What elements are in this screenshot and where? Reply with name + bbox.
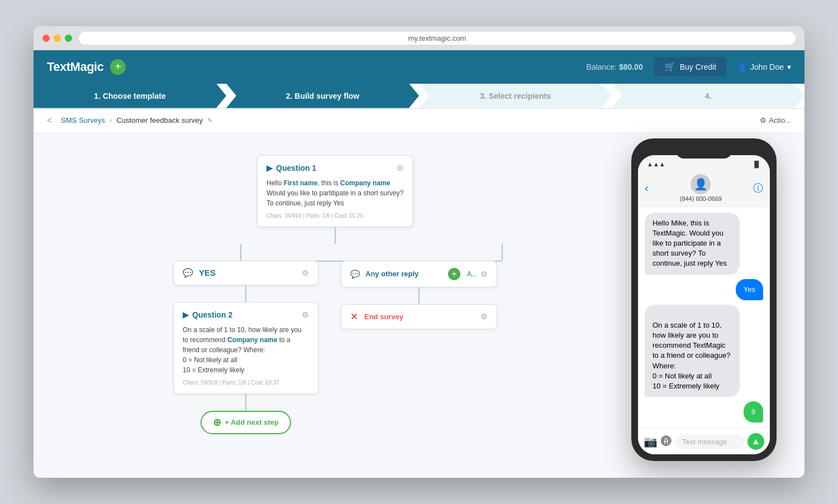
- survey-flow: ▶ Question 1 ⚙ Hello First name, this is…: [50, 150, 620, 462]
- step-1[interactable]: 1. Choose template: [34, 84, 226, 108]
- browser-window: my.textmagic.com TextMagic + Balance: $8…: [34, 26, 804, 478]
- q2-body-text: On a scale of 1 to 10, how likely are yo…: [183, 325, 309, 375]
- breadcrumb-separator: ›: [109, 116, 112, 124]
- other-reply-card: 💬 Any other reply + A... ⚙: [341, 261, 497, 287]
- url-text: my.textmagic.com: [408, 34, 466, 42]
- address-bar[interactable]: my.textmagic.com: [79, 32, 796, 45]
- q1-body-text: Hello First name, this is Company name W…: [266, 178, 404, 208]
- breadcrumb-current: Customer feedback survey: [116, 116, 203, 124]
- logo: TextMagic: [47, 60, 103, 74]
- end-icon: ✕: [350, 311, 358, 322]
- end-survey-settings[interactable]: ⚙: [480, 312, 488, 321]
- other-reply-v-line: [418, 287, 420, 304]
- phone-notch: [676, 145, 732, 159]
- edit-icon[interactable]: ✎: [207, 117, 213, 124]
- camera-icon[interactable]: 📷: [644, 435, 658, 448]
- message-2: Yes: [736, 279, 763, 300]
- var-companyname: Company name: [340, 179, 390, 187]
- step-4[interactable]: 4.: [612, 84, 804, 108]
- cart-icon: 🛒: [664, 61, 675, 72]
- main-content: ▶ Question 1 ⚙ Hello First name, this is…: [34, 133, 804, 478]
- q2-meta: Chars: 59/918 | Parts: 1/6 | Cost: £0.37: [183, 380, 309, 386]
- breadcrumb-bar: < SMS Surveys › Customer feedback survey…: [34, 109, 804, 133]
- plus-button[interactable]: +: [110, 59, 126, 75]
- chat-icon-2: 💬: [350, 270, 360, 279]
- signal-icon: ▲▲▲: [647, 161, 665, 167]
- var-firstname: First name: [284, 179, 318, 187]
- user-icon: 👤: [737, 63, 747, 71]
- end-survey-title: ✕ End survey: [350, 311, 403, 322]
- send-icon: ▶: [266, 164, 273, 172]
- chevron-down-icon: ▾: [787, 63, 791, 71]
- connector-line-1: [335, 227, 336, 244]
- breadcrumb-surveys-link[interactable]: SMS Surveys: [61, 116, 105, 124]
- app-icon[interactable]: 🅐: [661, 435, 672, 448]
- card-header: ▶ Question 1 ⚙: [266, 164, 404, 172]
- other-reply-settings[interactable]: ⚙: [480, 270, 488, 279]
- yes-settings-icon[interactable]: ⚙: [302, 268, 309, 277]
- message-4: 9: [744, 401, 763, 423]
- branch-line-container: [168, 244, 503, 261]
- chat-icon: 💬: [183, 268, 193, 278]
- plus-icon: ⊕: [213, 416, 221, 429]
- q1-settings-icon[interactable]: ⚙: [397, 164, 404, 172]
- q2-v-line: [245, 394, 246, 411]
- steps-bar: 1. Choose template 2. Build survey flow …: [34, 84, 804, 109]
- step-2[interactable]: 2. Build survey flow: [226, 84, 419, 108]
- window-controls: [42, 35, 72, 42]
- q2-header: ▶ Question 2 ⚙: [183, 310, 309, 319]
- balance-label: Balance: $80.00: [587, 63, 643, 71]
- contact-phone-number: (844) 600-0669: [680, 195, 722, 202]
- step-3[interactable]: 3. Select recipients: [419, 84, 612, 108]
- phone-input-bar: 📷 🅐 Text message ▲: [638, 428, 770, 454]
- branch-line-right: [502, 244, 503, 261]
- end-survey-card: ✕ End survey ⚙: [341, 304, 497, 329]
- nav-right: Balance: $80.00 🛒 Buy Credit 👤 John Doe …: [587, 57, 792, 76]
- phone-back-button[interactable]: ‹: [645, 181, 649, 194]
- phone-messages: Hello Mike, this is TextMagic. Would you…: [638, 207, 770, 429]
- minimize-btn[interactable]: [54, 35, 61, 42]
- gear-icon: ⚙: [760, 116, 766, 124]
- other-reply-actions: + A... ⚙: [448, 268, 488, 280]
- avatar-icon: 👤: [694, 177, 708, 191]
- maximize-btn[interactable]: [65, 35, 72, 42]
- right-branch: 💬 Any other reply + A... ⚙ ✕: [341, 261, 497, 329]
- text-message-input[interactable]: Text message: [675, 434, 744, 449]
- q1-meta: Chars: 34/918 | Parts: 1/6 | Cost: £0.20: [266, 213, 404, 219]
- contact-avatar: 👤: [691, 174, 711, 194]
- nav-left: TextMagic +: [47, 59, 126, 75]
- actions-button[interactable]: ⚙ Actio...: [760, 116, 791, 124]
- buy-credit-button[interactable]: 🛒 Buy Credit: [654, 57, 726, 76]
- add-reply-button[interactable]: +: [448, 268, 460, 280]
- contact-info: 👤 (844) 600-0669: [680, 174, 722, 202]
- question-2-card: ▶ Question 2 ⚙ On a scale of 1 to 10, ho…: [173, 302, 318, 394]
- send-button[interactable]: ▲: [747, 433, 764, 450]
- phone-screen: ▲▲▲ ▐▌ ‹ 👤 (844) 600-0669 ⓘ: [638, 155, 770, 455]
- q2-title: ▶ Question 2: [183, 310, 232, 319]
- other-reply-title: 💬 Any other reply: [350, 270, 418, 279]
- question-1-card: ▶ Question 1 ⚙ Hello First name, this is…: [257, 155, 413, 227]
- left-branch: 💬 YES ⚙ ▶ Question 2 ⚙: [173, 261, 318, 434]
- back-button[interactable]: <: [47, 116, 52, 126]
- contact-bar: ‹ 👤 (844) 600-0669 ⓘ: [638, 171, 770, 207]
- phone-mockup: ▲▲▲ ▐▌ ‹ 👤 (844) 600-0669 ⓘ: [631, 150, 788, 462]
- add-label: A...: [467, 270, 477, 278]
- phone-frame: ▲▲▲ ▐▌ ‹ 👤 (844) 600-0669 ⓘ: [631, 138, 777, 462]
- var-company2: Company name: [227, 336, 277, 344]
- yes-card: 💬 YES ⚙: [173, 261, 318, 285]
- yes-v-line: [245, 285, 246, 302]
- browser-titlebar: my.textmagic.com: [34, 26, 804, 50]
- app-navbar: TextMagic + Balance: $80.00 🛒 Buy Credit…: [34, 50, 804, 84]
- message-3: On a scale of 1 to 10, how likely are yo…: [645, 305, 740, 397]
- card-title: ▶ Question 1: [266, 164, 316, 172]
- yes-title: 💬 YES: [183, 268, 216, 278]
- add-next-step-button[interactable]: ⊕ + Add next step: [201, 411, 291, 434]
- send-icon-2: ▶: [183, 310, 189, 319]
- q2-settings-icon[interactable]: ⚙: [302, 310, 309, 319]
- user-menu[interactable]: 👤 John Doe ▾: [737, 63, 791, 71]
- battery-icon: ▐▌: [752, 161, 761, 167]
- branches-row: 💬 YES ⚙ ▶ Question 2 ⚙: [173, 261, 497, 434]
- phone-info-button[interactable]: ⓘ: [753, 181, 763, 195]
- close-btn[interactable]: [42, 35, 50, 42]
- branch-line-left: [240, 244, 241, 261]
